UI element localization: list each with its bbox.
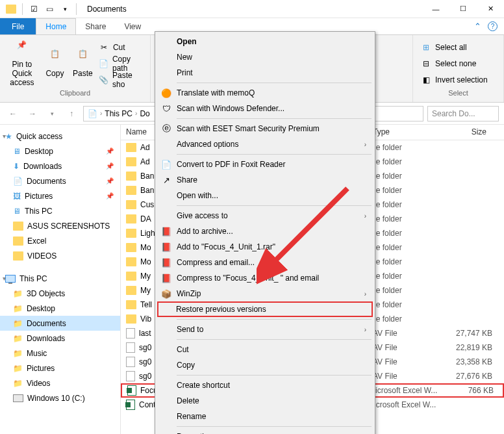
menu-item-icon: 🛡 bbox=[160, 103, 172, 114]
sidebar-item[interactable]: Excel bbox=[0, 233, 120, 248]
folder-icon bbox=[126, 286, 136, 295]
invert-selection-button[interactable]: ◧Invert selection bbox=[421, 73, 488, 87]
sidebar-item[interactable]: 📁3D Objects bbox=[0, 286, 120, 301]
context-menu-item[interactable]: Send to› bbox=[157, 322, 373, 337]
context-menu-item[interactable]: 🛡Scan with Windows Defender... bbox=[157, 101, 373, 116]
chevron-right-icon: › bbox=[364, 141, 366, 148]
sidebar-item[interactable]: 📁Desktop bbox=[0, 301, 120, 316]
sidebar-item[interactable]: 🖥Desktop📌 bbox=[0, 144, 120, 159]
context-menu-item[interactable]: 📄Convert to PDF in Foxit Reader bbox=[157, 157, 373, 172]
select-all-button[interactable]: ⊞Select all bbox=[421, 40, 488, 55]
context-menu-item[interactable]: Advanced options› bbox=[157, 136, 373, 152]
context-menu-item[interactable]: 📕Add to "Focus_4_Unit_1.rar" bbox=[157, 239, 373, 255]
forward-button[interactable]: → bbox=[25, 106, 40, 121]
select-group-label: Select bbox=[418, 89, 498, 101]
copy-icon: 📋 bbox=[45, 49, 64, 68]
copy-path-button[interactable]: 📄Copy path bbox=[99, 57, 145, 71]
thispc-icon bbox=[5, 275, 16, 283]
menu-item-icon: 📕 bbox=[160, 257, 172, 268]
close-button[interactable]: ✕ bbox=[477, 0, 504, 18]
copy-button[interactable]: 📋 Copy bbox=[43, 39, 67, 88]
sidebar-item[interactable]: 🖥This PC bbox=[0, 203, 120, 218]
folder-icon bbox=[126, 214, 136, 223]
context-menu-item[interactable]: Create shortcut bbox=[157, 377, 373, 393]
context-menu-item[interactable]: 📦WinZip› bbox=[157, 286, 373, 301]
navigation-pane: ▾ ★ Quick access 🖥Desktop📌⬇Downloads📌📄Do… bbox=[0, 125, 121, 434]
folder-icon bbox=[126, 143, 136, 152]
column-header-size[interactable]: Size bbox=[440, 125, 492, 140]
paste-shortcut-button[interactable]: 📎Paste sho bbox=[99, 73, 145, 87]
context-menu-item[interactable]: Cut bbox=[157, 342, 373, 357]
search-input[interactable]: Search Do... bbox=[427, 106, 499, 121]
breadcrumb-documents[interactable]: Do bbox=[140, 109, 149, 118]
sidebar-item[interactable]: 📁Pictures bbox=[0, 361, 120, 376]
qat-dropdown-icon[interactable]: ▾ bbox=[58, 2, 72, 16]
file-icon bbox=[126, 357, 135, 367]
minimize-button[interactable]: — bbox=[422, 0, 449, 18]
chevron-right-icon: › bbox=[364, 212, 366, 220]
column-header-type[interactable]: Type bbox=[368, 125, 440, 140]
ribbon-collapse-icon[interactable]: ⌃ bbox=[474, 21, 481, 31]
back-button[interactable]: ← bbox=[5, 106, 21, 121]
sidebar-item[interactable]: 📁Downloads bbox=[0, 331, 120, 346]
properties-icon[interactable]: ☑ bbox=[27, 2, 41, 16]
this-pc-root[interactable]: ▾ This PC bbox=[0, 271, 120, 286]
shortcut-icon: 📎 bbox=[99, 75, 108, 85]
context-menu-item[interactable]: 📕Compress and email... bbox=[157, 255, 373, 270]
select-none-button[interactable]: ⊟Select none bbox=[421, 57, 488, 71]
view-tab[interactable]: View bbox=[115, 18, 150, 34]
context-menu-item[interactable]: 📕Compress to "Focus_4_Unit_ " and email bbox=[157, 270, 373, 286]
pin-icon: 📌 bbox=[13, 40, 31, 58]
context-menu-item[interactable]: Rename bbox=[157, 409, 373, 424]
share-tab[interactable]: Share bbox=[76, 18, 115, 34]
folder-icon bbox=[126, 272, 136, 281]
file-tab[interactable]: File bbox=[0, 18, 36, 34]
sidebar-item[interactable]: 📁Music bbox=[0, 346, 120, 361]
documents-icon: 📄 bbox=[88, 109, 97, 118]
menu-item-icon: 📕 bbox=[160, 225, 172, 237]
context-menu: OpenNewPrint🟠Translate with memoQ🛡Scan w… bbox=[155, 31, 375, 434]
chevron-down-icon: ▾ bbox=[3, 133, 6, 140]
context-menu-item[interactable]: Restore previous versions bbox=[157, 301, 373, 317]
context-menu-item[interactable]: New bbox=[157, 49, 373, 65]
sidebar-item[interactable]: 📄Documents📌 bbox=[0, 173, 120, 188]
quick-access-root[interactable]: ▾ ★ Quick access bbox=[0, 129, 120, 144]
new-folder-icon[interactable]: ▭ bbox=[42, 2, 57, 16]
chevron-right-icon: › bbox=[364, 326, 366, 333]
home-tab[interactable]: Home bbox=[36, 18, 76, 34]
sidebar-item[interactable]: 📁Videos bbox=[0, 376, 120, 390]
context-menu-item[interactable]: 🟠Translate with memoQ bbox=[157, 85, 373, 101]
pin-to-quick-access-button[interactable]: 📌 Pin to Quick access bbox=[5, 39, 39, 88]
context-menu-item[interactable]: Open bbox=[157, 34, 373, 49]
sidebar-item[interactable]: 📁Documents bbox=[0, 316, 120, 331]
up-button[interactable]: ↑ bbox=[64, 106, 79, 121]
paste-button[interactable]: 📋 Paste bbox=[71, 39, 95, 88]
context-menu-item[interactable]: ⓔScan with ESET Smart Security Premium bbox=[157, 121, 373, 136]
context-menu-item[interactable]: Print bbox=[157, 65, 373, 81]
folder-icon bbox=[126, 229, 136, 238]
cut-button[interactable]: ✂Cut bbox=[99, 40, 145, 55]
file-icon bbox=[126, 371, 135, 381]
sidebar-item[interactable]: ⬇Downloads📌 bbox=[0, 159, 120, 173]
recent-locations-button[interactable]: ▾ bbox=[44, 106, 60, 121]
context-menu-item[interactable]: Properties bbox=[157, 429, 373, 434]
context-menu-item[interactable]: Delete bbox=[157, 393, 373, 409]
folder-icon bbox=[126, 257, 136, 266]
sidebar-item[interactable]: Windows 10 (C:) bbox=[0, 390, 120, 405]
help-icon[interactable]: ? bbox=[488, 21, 498, 31]
folder-icon bbox=[126, 172, 136, 181]
context-menu-item[interactable]: Copy bbox=[157, 357, 373, 373]
breadcrumb-this-pc[interactable]: This PC bbox=[105, 109, 132, 118]
invert-icon: ◧ bbox=[421, 75, 431, 85]
context-menu-item[interactable]: Open with... bbox=[157, 188, 373, 203]
context-menu-item[interactable]: Give access to› bbox=[157, 208, 373, 223]
context-menu-item[interactable]: ↗Share bbox=[157, 172, 373, 188]
path-icon: 📄 bbox=[99, 58, 108, 69]
context-menu-item[interactable]: 📕Add to archive... bbox=[157, 223, 373, 239]
menu-item-icon: 📕 bbox=[160, 241, 172, 253]
maximize-button[interactable]: ☐ bbox=[449, 0, 477, 18]
sidebar-item[interactable]: 🖼Pictures📌 bbox=[0, 188, 120, 203]
sidebar-item[interactable]: ASUS SCREENSHOTS bbox=[0, 218, 120, 233]
sidebar-item[interactable]: VIDEOS bbox=[0, 248, 120, 263]
menu-item-icon: 📄 bbox=[160, 159, 172, 170]
